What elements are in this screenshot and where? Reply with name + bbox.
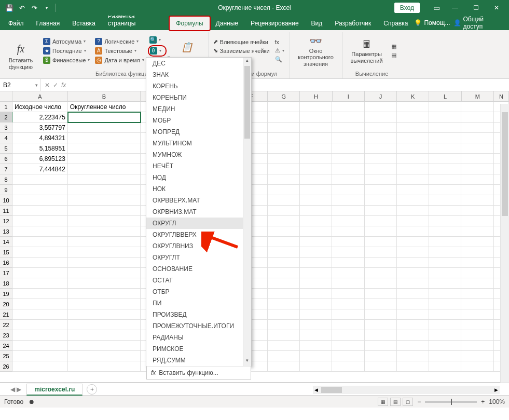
function-menu-item[interactable]: МУЛЬТИНОМ	[146, 138, 243, 149]
cell[interactable]	[365, 102, 397, 112]
row-header[interactable]: 12	[0, 216, 12, 226]
cell[interactable]	[365, 164, 397, 174]
function-menu-item[interactable]: РАДИАНЫ	[146, 332, 243, 343]
row-header[interactable]: 19	[0, 289, 12, 299]
cell[interactable]	[461, 226, 493, 237]
cell[interactable]	[461, 102, 493, 112]
login-button[interactable]: Вход	[394, 3, 420, 13]
cell[interactable]	[332, 361, 364, 372]
cell[interactable]	[397, 258, 429, 268]
enter-icon[interactable]: ✓	[53, 82, 58, 89]
cell[interactable]	[68, 112, 141, 123]
cell[interactable]	[268, 361, 300, 372]
function-menu-item[interactable]: ЗНАК	[146, 69, 243, 80]
hscroll-thumb[interactable]	[321, 387, 342, 393]
cell[interactable]	[397, 164, 429, 174]
fx-bar-icon[interactable]: fx	[61, 82, 66, 89]
cell[interactable]	[461, 361, 493, 372]
cell[interactable]	[68, 133, 141, 143]
function-menu-item[interactable]: ОКРУГЛВВЕРХ	[146, 229, 243, 240]
cell[interactable]	[268, 133, 300, 143]
cell[interactable]	[461, 289, 493, 299]
cell[interactable]	[397, 102, 429, 112]
cell[interactable]	[300, 320, 332, 330]
view-page-break-button[interactable]: ▢	[403, 398, 413, 406]
cell[interactable]	[429, 351, 461, 361]
cell[interactable]	[461, 123, 493, 133]
cell[interactable]	[68, 309, 141, 320]
cell[interactable]	[12, 195, 68, 206]
cell[interactable]	[332, 351, 364, 361]
cell[interactable]	[461, 143, 493, 154]
zoom-in-button[interactable]: +	[481, 398, 485, 405]
insert-function-footer[interactable]: fx Вставить функцию...	[146, 366, 251, 380]
row-header[interactable]: 22	[0, 320, 12, 330]
cell[interactable]	[268, 247, 300, 258]
logical-button[interactable]: ?Логические	[93, 37, 145, 46]
cell[interactable]	[12, 216, 68, 226]
view-page-layout-button[interactable]: ▤	[390, 398, 401, 406]
cell[interactable]	[365, 174, 397, 185]
cell[interactable]	[397, 154, 429, 164]
cell[interactable]	[332, 154, 364, 164]
row-header[interactable]: 3	[0, 123, 12, 133]
cell[interactable]	[397, 309, 429, 320]
row-header[interactable]: 5	[0, 143, 12, 154]
cell[interactable]	[429, 289, 461, 299]
cell[interactable]	[332, 164, 364, 174]
cell[interactable]	[429, 361, 461, 372]
cell[interactable]	[365, 351, 397, 361]
cell[interactable]	[268, 330, 300, 341]
cell[interactable]	[300, 226, 332, 237]
scroll-up-icon[interactable]: ▴	[243, 58, 251, 66]
cell[interactable]	[365, 341, 397, 351]
trace-precedents-button[interactable]: ⬈Влияющие ячейки	[212, 38, 271, 46]
cell[interactable]	[365, 258, 397, 268]
scroll-down-icon[interactable]: ▾	[243, 358, 251, 366]
cell[interactable]	[68, 247, 141, 258]
function-menu-item[interactable]: ОКРВВЕРХ.МАТ	[146, 195, 243, 206]
cell[interactable]	[461, 216, 493, 226]
cell[interactable]	[68, 237, 141, 247]
cell[interactable]	[397, 299, 429, 309]
row-header[interactable]: 15	[0, 247, 12, 258]
function-menu-item[interactable]: ПРОИЗВЕД	[146, 309, 243, 320]
cell[interactable]	[268, 268, 300, 278]
function-menu-item[interactable]: ПРОМЕЖУТОЧНЫЕ.ИТОГИ	[146, 320, 243, 332]
cell[interactable]	[332, 258, 364, 268]
math-trig-button[interactable]: θ▾	[148, 45, 167, 57]
cell[interactable]	[68, 341, 141, 351]
cell[interactable]	[397, 361, 429, 372]
scroll-thumb[interactable]	[244, 66, 250, 139]
cell[interactable]	[397, 195, 429, 206]
cell[interactable]	[365, 268, 397, 278]
cell[interactable]	[12, 237, 68, 247]
cell[interactable]	[429, 330, 461, 341]
cell[interactable]	[461, 330, 493, 341]
cell[interactable]	[68, 174, 141, 185]
cell[interactable]	[68, 206, 141, 216]
cell[interactable]	[332, 133, 364, 143]
cell[interactable]	[429, 133, 461, 143]
cell[interactable]	[12, 174, 68, 185]
row-header[interactable]: 6	[0, 154, 12, 164]
cell[interactable]	[397, 206, 429, 216]
row-header[interactable]: 2	[0, 112, 12, 123]
cell[interactable]	[68, 299, 141, 309]
cell[interactable]	[461, 164, 493, 174]
cell[interactable]	[68, 154, 141, 164]
cell[interactable]	[332, 278, 364, 289]
cell[interactable]	[429, 112, 461, 123]
financial-button[interactable]: $Финансовые	[42, 56, 91, 64]
cell[interactable]	[12, 320, 68, 330]
col-header-N[interactable]: N	[494, 91, 509, 101]
cell[interactable]	[365, 309, 397, 320]
function-menu-item[interactable]: РЯД.СУММ	[146, 355, 243, 366]
cell[interactable]	[429, 247, 461, 258]
cell[interactable]	[429, 154, 461, 164]
cell[interactable]	[68, 185, 141, 195]
row-header[interactable]: 25	[0, 351, 12, 361]
cell[interactable]	[68, 330, 141, 341]
cell[interactable]	[365, 185, 397, 195]
col-header-M[interactable]: M	[462, 91, 494, 101]
